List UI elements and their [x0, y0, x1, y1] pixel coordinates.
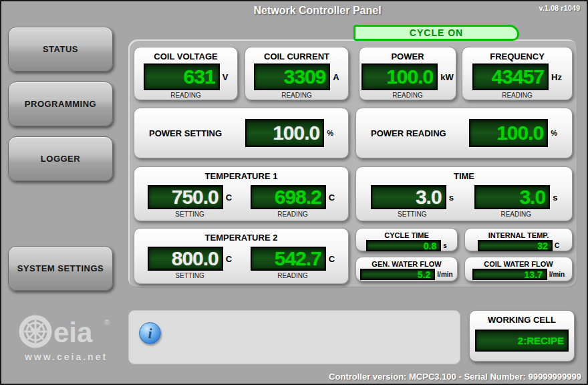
unit-label: V	[223, 72, 229, 82]
gauge-title: INTERNAL TEMP.	[465, 231, 572, 239]
reading-label: READING	[359, 92, 456, 99]
setting-label: SETTING	[175, 272, 204, 279]
power-gauge: POWER 100.0 kW READING	[359, 47, 456, 100]
gauges-panel: COIL VOLTAGE 631 V READING COIL CURRENT …	[128, 39, 577, 287]
reading-label: READING	[500, 211, 531, 218]
reading-label: READING	[277, 272, 308, 279]
coil-voltage-gauge: COIL VOLTAGE 631 V READING	[134, 47, 238, 100]
coil-voltage-display: 631	[144, 63, 220, 90]
time-setting-display[interactable]: 3.0	[371, 185, 446, 209]
temperature2-gauge: TEMPERATURE 2 800.0 C SETTING 542.7 C	[134, 228, 349, 284]
status-button[interactable]: STATUS	[8, 27, 113, 72]
setting-label: SETTING	[175, 211, 204, 218]
gauge-title: TEMPERATURE 2	[134, 233, 348, 243]
reading-label: READING	[462, 92, 572, 99]
power-display: 100.0	[361, 63, 438, 90]
gen-water-flow-display: 5.2	[360, 269, 435, 280]
coil-current-gauge: COIL CURRENT 3309 A READING	[245, 47, 349, 100]
unit-label: l/min	[437, 271, 452, 278]
gen-water-flow-value: 5.2	[418, 270, 430, 279]
ceia-logo-icon: eia ®	[19, 314, 114, 349]
frequency-display: 43457	[472, 63, 549, 90]
working-cell-display[interactable]: 2:RECIPE	[475, 330, 569, 352]
gauge-title: TEMPERATURE 1	[134, 171, 348, 181]
gauge-title: POWER	[359, 51, 456, 61]
logger-button-label: LOGGER	[41, 154, 80, 164]
logger-button[interactable]: LOGGER	[8, 136, 113, 181]
temperature2-reading-display: 542.7	[251, 247, 326, 271]
ceia-url: www.ceia.net	[16, 352, 116, 362]
gauge-title: COIL WATER FLOW	[465, 260, 572, 268]
unit-label: C	[555, 242, 559, 249]
coil-voltage-value: 631	[184, 67, 215, 87]
app-version: v.1.08 r1049	[539, 4, 580, 12]
working-cell-title: WORKING CELL	[470, 315, 574, 325]
power-setting-display[interactable]: 100.0	[245, 119, 324, 147]
gauge-title: COIL VOLTAGE	[134, 51, 237, 61]
power-setting-value: 100.0	[273, 123, 319, 143]
gauge-title: TIME	[356, 171, 572, 181]
gen-water-flow-gauge: GEN. WATER FLOW 5.2 l/min	[355, 257, 458, 281]
temperature1-reading-display: 698.2	[251, 185, 326, 209]
svg-text:®: ®	[104, 318, 110, 326]
reading-label: READING	[245, 92, 348, 99]
gauge-title: POWER SETTING	[149, 128, 222, 138]
reading-label: READING	[134, 92, 237, 99]
svg-text:eia: eia	[53, 317, 93, 348]
ceia-logo: eia ® www.ceia.net	[16, 314, 116, 362]
system-settings-button-label: SYSTEM SETTINGS	[17, 263, 104, 273]
temperature1-setting-display[interactable]: 750.0	[148, 185, 223, 209]
frequency-value: 43457	[492, 67, 544, 87]
power-setting-gauge: POWER SETTING 100.0 %	[134, 108, 349, 158]
unit-label: s	[449, 192, 454, 203]
gauge-title: GEN. WATER FLOW	[356, 260, 457, 268]
time-setting-value: 3.0	[416, 187, 442, 207]
gauge-title: POWER READING	[371, 128, 446, 138]
temperature2-reading-value: 542.7	[275, 249, 321, 269]
unit-label: %	[551, 129, 557, 137]
unit-label: C	[226, 192, 232, 203]
unit-label: C	[329, 192, 335, 203]
internal-temp-gauge: INTERNAL TEMP. 32 C	[464, 228, 573, 251]
coil-water-flow-display: 13.7	[472, 269, 547, 280]
gauge-title: FREQUENCY	[462, 51, 572, 61]
cycle-time-display: 0.8	[366, 240, 441, 251]
gauge-title: CYCLE TIME	[356, 231, 457, 239]
temperature2-setting-value: 800.0	[172, 249, 218, 269]
time-reading-value: 3.0	[519, 187, 545, 207]
temperature1-reading-value: 698.2	[275, 187, 321, 207]
system-settings-button[interactable]: SYSTEM SETTINGS	[8, 246, 113, 291]
unit-label: A	[333, 72, 339, 82]
power-reading-gauge: POWER READING 100.0 %	[355, 108, 573, 158]
page-title: Network Controller Panel	[48, 5, 587, 17]
temperature2-setting-display[interactable]: 800.0	[148, 247, 223, 271]
cycle-time-value: 0.8	[424, 241, 436, 251]
unit-label: C	[329, 254, 335, 264]
unit-label: l/min	[549, 271, 565, 278]
setting-label: SETTING	[398, 211, 426, 218]
info-icon: i	[139, 322, 161, 344]
programming-button-label: PROGRAMMING	[25, 99, 96, 109]
coil-current-value: 3309	[284, 67, 326, 87]
controller-version-text: Controller version: MCPC3.100 - Serial N…	[329, 372, 581, 382]
time-gauge: TIME 3.0 s SETTING 3.0 s READING	[355, 166, 573, 221]
working-cell-value: 2:RECIPE	[518, 336, 564, 346]
internal-temp-value: 32	[537, 241, 548, 251]
coil-water-flow-value: 13.7	[525, 270, 543, 279]
programming-button[interactable]: PROGRAMMING	[8, 82, 113, 126]
coil-current-display: 3309	[254, 63, 330, 90]
power-reading-display: 100.0	[469, 119, 548, 147]
message-panel: i	[128, 310, 460, 364]
unit-label: %	[327, 129, 333, 137]
temperature1-gauge: TEMPERATURE 1 750.0 C SETTING 698.2 C	[134, 166, 349, 221]
unit-label: C	[226, 254, 232, 264]
coil-water-flow-gauge: COIL WATER FLOW 13.7 l/min	[464, 257, 573, 281]
unit-label: s	[443, 242, 447, 249]
power-reading-value: 100.0	[496, 123, 543, 143]
power-value: 100.0	[386, 67, 433, 87]
unit-label: Hz	[551, 72, 562, 82]
cycle-status-badge: CYCLE ON	[353, 25, 519, 41]
cycle-status-label: CYCLE ON	[410, 27, 463, 38]
temperature1-setting-value: 750.0	[172, 187, 218, 207]
unit-label: kW	[440, 72, 454, 82]
